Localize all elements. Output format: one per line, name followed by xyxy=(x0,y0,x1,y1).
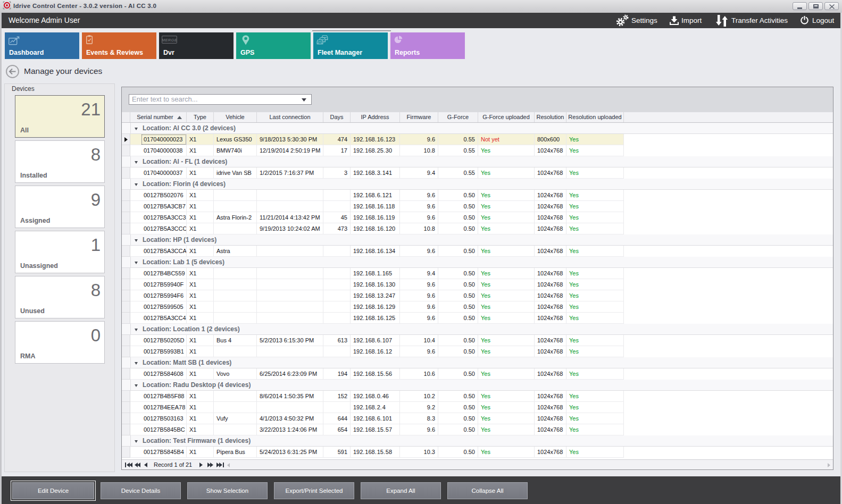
svg-text:MERGE: MERGE xyxy=(162,38,177,43)
